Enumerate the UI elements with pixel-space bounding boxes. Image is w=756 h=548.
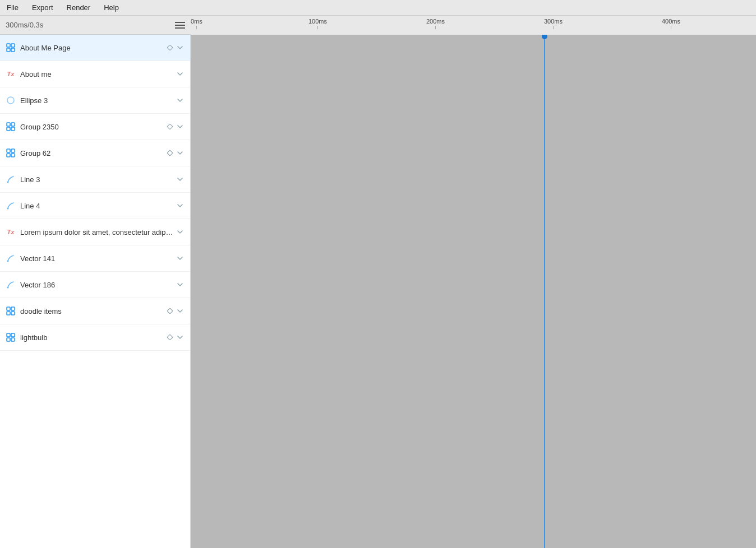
menu-item-help[interactable]: Help bbox=[102, 2, 121, 13]
svg-point-18 bbox=[7, 261, 9, 262]
layer-item-about-me[interactable]: TxAbout me bbox=[0, 61, 190, 87]
layer-item-about-me-page[interactable]: About Me Page bbox=[0, 35, 190, 61]
ruler-tick: 200ms bbox=[426, 16, 445, 29]
layer-item-group-62[interactable]: Group 62 bbox=[0, 140, 190, 166]
diamond-icon[interactable] bbox=[167, 123, 173, 130]
svg-rect-9 bbox=[11, 127, 15, 131]
vector-icon bbox=[6, 253, 16, 263]
vector-icon bbox=[6, 280, 16, 290]
hamburger-icon[interactable] bbox=[175, 22, 185, 29]
layer-name: Group 62 bbox=[20, 149, 164, 157]
svg-rect-28 bbox=[11, 338, 15, 341]
svg-rect-6 bbox=[7, 123, 10, 126]
layer-item-group-2350[interactable]: Group 2350 bbox=[0, 114, 190, 140]
time-label: 300ms/0.3s bbox=[6, 21, 43, 29]
chevron-down-icon[interactable] bbox=[176, 306, 185, 315]
group-icon bbox=[6, 122, 16, 132]
chevron-down-icon[interactable] bbox=[176, 175, 185, 184]
time-total: /0.3s bbox=[27, 21, 43, 29]
layer-actions bbox=[176, 175, 185, 184]
chevron-down-icon[interactable] bbox=[176, 280, 185, 289]
layer-actions bbox=[167, 148, 185, 157]
ruler-area: 0ms100ms200ms300ms400ms bbox=[191, 16, 756, 35]
svg-rect-3 bbox=[11, 48, 15, 52]
layer-name: Vector 186 bbox=[20, 281, 173, 289]
layer-actions bbox=[176, 69, 185, 78]
chevron-down-icon[interactable] bbox=[176, 201, 185, 210]
layer-item-vector-186[interactable]: Vector 186 bbox=[0, 272, 190, 298]
layer-actions bbox=[167, 306, 185, 315]
svg-rect-21 bbox=[11, 307, 15, 310]
vector-icon bbox=[6, 201, 16, 211]
layer-item-line-4[interactable]: Line 4 bbox=[0, 193, 190, 219]
svg-rect-8 bbox=[7, 127, 10, 131]
svg-rect-12 bbox=[11, 149, 15, 152]
chevron-down-icon[interactable] bbox=[176, 254, 185, 263]
svg-rect-10 bbox=[167, 124, 173, 129]
layer-name: Lorem ipsum dolor sit amet, consectetur … bbox=[20, 228, 173, 236]
text-icon: Tx bbox=[6, 69, 16, 79]
group-icon bbox=[6, 306, 16, 316]
svg-rect-15 bbox=[167, 150, 173, 156]
svg-rect-11 bbox=[7, 149, 10, 152]
svg-point-5 bbox=[7, 97, 14, 104]
svg-rect-20 bbox=[7, 307, 10, 310]
group-icon bbox=[6, 43, 16, 53]
playhead-dot bbox=[542, 35, 547, 39]
layer-name: Group 2350 bbox=[20, 123, 164, 131]
layer-item-doodle-items[interactable]: doodle items bbox=[0, 298, 190, 324]
menu-item-render[interactable]: Render bbox=[64, 2, 93, 13]
svg-rect-4 bbox=[167, 45, 173, 50]
layer-actions bbox=[176, 280, 185, 289]
layer-actions bbox=[176, 227, 185, 236]
menu-item-export[interactable]: Export bbox=[30, 2, 56, 13]
svg-point-19 bbox=[7, 287, 9, 289]
layer-item-lightbulb[interactable]: lightbulb bbox=[0, 324, 190, 351]
ruler-tick: 100ms bbox=[308, 16, 327, 29]
svg-rect-1 bbox=[11, 44, 15, 47]
timeline-header: 300ms/0.3s 0ms100ms200ms300ms400ms bbox=[0, 16, 756, 35]
svg-rect-22 bbox=[7, 312, 10, 315]
layer-actions bbox=[176, 201, 185, 210]
ruler-tick: 0ms bbox=[191, 16, 202, 29]
text-icon: Tx bbox=[6, 227, 16, 237]
layer-actions bbox=[167, 122, 185, 131]
svg-rect-14 bbox=[11, 154, 15, 157]
layer-item-ellipse-3[interactable]: Ellipse 3 bbox=[0, 87, 190, 114]
ruler-tick: 300ms bbox=[544, 16, 563, 29]
layer-item-line-3[interactable]: Line 3 bbox=[0, 166, 190, 193]
svg-rect-23 bbox=[11, 312, 15, 315]
layer-item-vector-141[interactable]: Vector 141 bbox=[0, 245, 190, 272]
menu-item-file[interactable]: File bbox=[4, 2, 21, 13]
layer-actions bbox=[176, 254, 185, 263]
layer-name: doodle items bbox=[20, 307, 164, 315]
time-display: 300ms/0.3s bbox=[0, 21, 191, 29]
playhead bbox=[544, 35, 545, 548]
diamond-icon[interactable] bbox=[167, 308, 173, 314]
layer-actions bbox=[167, 43, 185, 52]
ellipse-icon bbox=[6, 95, 16, 105]
layer-name: Line 3 bbox=[20, 175, 173, 184]
diamond-icon[interactable] bbox=[167, 44, 173, 51]
chevron-down-icon[interactable] bbox=[176, 96, 185, 105]
vector-icon bbox=[6, 174, 16, 184]
layer-name: About Me Page bbox=[20, 44, 164, 52]
group-icon bbox=[6, 148, 16, 158]
layer-item-lorem-ipsum[interactable]: TxLorem ipsum dolor sit amet, consectetu… bbox=[0, 219, 190, 245]
chevron-down-icon[interactable] bbox=[176, 69, 185, 78]
chevron-down-icon[interactable] bbox=[176, 43, 185, 52]
chevron-down-icon[interactable] bbox=[176, 148, 185, 157]
svg-rect-2 bbox=[7, 48, 10, 52]
chevron-down-icon[interactable] bbox=[176, 122, 185, 131]
svg-rect-29 bbox=[167, 335, 173, 340]
timeline-canvas bbox=[191, 35, 756, 548]
svg-rect-0 bbox=[7, 44, 10, 47]
chevron-down-icon[interactable] bbox=[176, 333, 185, 342]
diamond-icon[interactable] bbox=[167, 334, 173, 341]
layer-name: About me bbox=[20, 70, 173, 78]
diamond-icon[interactable] bbox=[167, 150, 173, 156]
chevron-down-icon[interactable] bbox=[176, 227, 185, 236]
svg-rect-26 bbox=[11, 333, 15, 337]
layer-panel: About Me PageTxAbout meEllipse 3Group 23… bbox=[0, 35, 191, 548]
layer-name: Ellipse 3 bbox=[20, 96, 173, 105]
